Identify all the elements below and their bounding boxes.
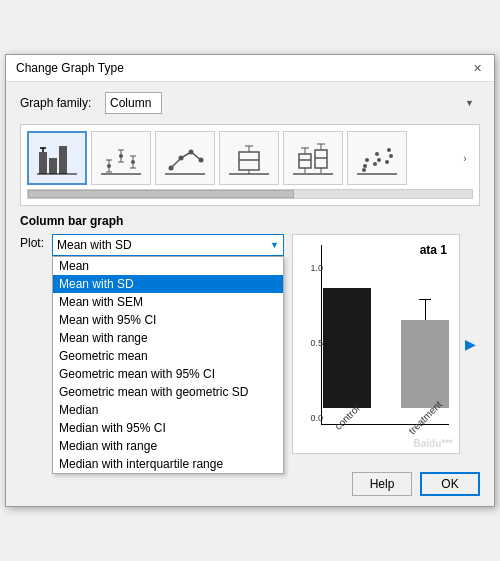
graph-family-row: Graph family: Column XY Grouped — [20, 92, 480, 114]
plot-option-mean-95ci[interactable]: Mean with 95% CI — [53, 311, 283, 329]
svg-point-44 — [375, 152, 379, 156]
scrollbar-track[interactable] — [27, 189, 473, 199]
plot-option-median-range[interactable]: Median with range — [53, 437, 283, 455]
plot-option-median[interactable]: Median — [53, 401, 283, 419]
close-button[interactable]: ✕ — [470, 61, 484, 75]
svg-point-43 — [362, 168, 366, 172]
svg-point-49 — [385, 160, 389, 164]
plot-option-mean[interactable]: Mean — [53, 257, 283, 275]
graph-icon-line[interactable] — [155, 131, 215, 185]
bar-chart-area: control treatment — [323, 263, 449, 423]
y-axis: 1.0 0.5 0.0 — [307, 263, 323, 423]
plot-option-mean-sem[interactable]: Mean with SEM — [53, 293, 283, 311]
plot-option-median-iqr[interactable]: Median with interquartile range — [53, 455, 283, 473]
plot-label: Plot: — [20, 234, 52, 250]
svg-point-47 — [387, 148, 391, 152]
svg-rect-35 — [315, 150, 327, 168]
svg-point-46 — [373, 162, 377, 166]
scrollbar-thumb — [28, 190, 294, 198]
y-tick-bot: 0.0 — [310, 413, 323, 423]
graph-family-label: Graph family: — [20, 96, 105, 110]
svg-rect-30 — [299, 154, 311, 168]
graph-icon-column-bar[interactable] — [27, 131, 87, 185]
section-title: Column bar graph — [20, 214, 480, 228]
chart-title: ata 1 — [420, 243, 447, 257]
plot-dropdown-container: Mean with SD ▼ Mean Mean with SD Mean wi… — [52, 234, 284, 256]
plot-dropdown-trigger[interactable]: Mean with SD ▼ — [52, 234, 284, 256]
dialog-body: Graph family: Column XY Grouped — [6, 82, 494, 506]
svg-point-45 — [377, 158, 381, 162]
watermark: Baidu*** — [414, 438, 453, 449]
graph-icon-dot[interactable] — [347, 131, 407, 185]
graph-type-panel: › — [20, 124, 480, 206]
title-bar: Change Graph Type ✕ — [6, 55, 494, 82]
graph-icon-box[interactable] — [219, 131, 279, 185]
bar-treatment — [401, 320, 449, 408]
plot-option-mean-range[interactable]: Mean with range — [53, 329, 283, 347]
next-chart-button[interactable]: ▶ — [460, 334, 480, 354]
plot-option-geomean-geosd[interactable]: Geometric mean with geometric SD — [53, 383, 283, 401]
plot-dropdown-list: Mean Mean with SD Mean with SEM Mean wit… — [52, 256, 284, 474]
bar-group-control: control — [323, 288, 371, 423]
plot-row: Plot: Mean with SD ▼ Mean Mean with SD M… — [20, 234, 480, 454]
ok-button[interactable]: OK — [420, 472, 480, 496]
bar-control — [323, 288, 371, 408]
svg-rect-1 — [49, 158, 57, 174]
y-tick-top: 1.0 — [310, 263, 323, 273]
scroll-right-button[interactable]: › — [457, 150, 473, 166]
graph-family-select[interactable]: Column XY Grouped — [105, 92, 162, 114]
graph-type-scroll: › — [27, 131, 473, 185]
dialog-window: Change Graph Type ✕ Graph family: Column… — [5, 54, 495, 507]
error-bar-stem-up — [425, 300, 426, 320]
plot-option-geomean[interactable]: Geometric mean — [53, 347, 283, 365]
graph-icons-container — [27, 131, 453, 185]
svg-point-48 — [389, 154, 393, 158]
dropdown-arrow-icon: ▼ — [270, 240, 279, 250]
graph-preview: ata 1 1.0 0.5 0.0 — [292, 234, 460, 454]
svg-point-42 — [365, 158, 369, 162]
svg-rect-2 — [59, 146, 67, 174]
plot-selected-value: Mean with SD — [57, 238, 132, 252]
graph-family-select-wrapper: Column XY Grouped — [105, 92, 480, 114]
graph-icon-scatter[interactable] — [91, 131, 151, 185]
plot-option-geomean-95ci[interactable]: Geometric mean with 95% CI — [53, 365, 283, 383]
plot-option-median-95ci[interactable]: Median with 95% CI — [53, 419, 283, 437]
y-tick-mid: 0.5 — [310, 338, 323, 348]
dialog-title: Change Graph Type — [16, 61, 124, 75]
plot-option-mean-sd[interactable]: Mean with SD — [53, 275, 283, 293]
scrollbar-row — [27, 189, 473, 199]
svg-point-41 — [363, 164, 367, 168]
svg-rect-0 — [39, 152, 47, 174]
help-button[interactable]: Help — [352, 472, 412, 496]
graph-icon-box-range[interactable] — [283, 131, 343, 185]
svg-rect-24 — [239, 152, 259, 170]
bar-group-treatment: treatment — [401, 299, 449, 423]
